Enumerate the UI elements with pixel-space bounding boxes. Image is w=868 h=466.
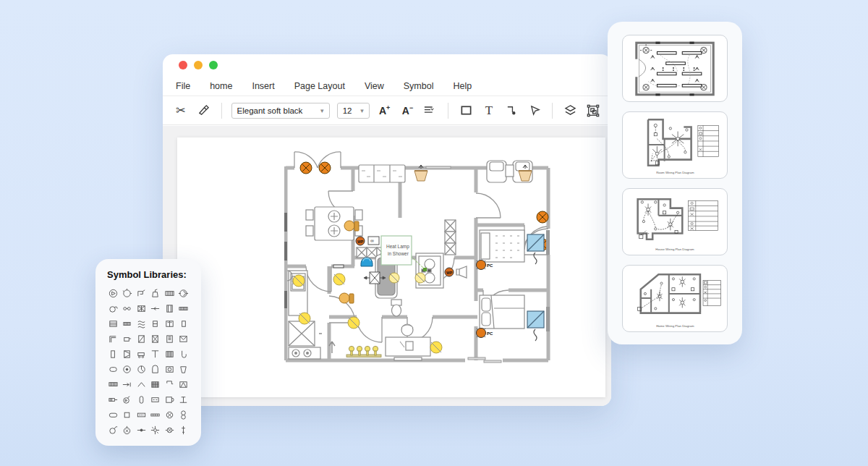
riser-pipe-symbol-icon[interactable]	[178, 424, 190, 436]
panel-symbol-icon[interactable]	[178, 318, 190, 329]
tank-symbol-icon[interactable]	[150, 363, 161, 375]
duct-flag-symbol-icon[interactable]	[135, 287, 147, 299]
menu-item-view[interactable]: View	[365, 81, 384, 91]
floorplan-drawing: WP ∞ WP PC PC	[284, 149, 553, 376]
menu-item-insert[interactable]: Insert	[252, 81, 274, 91]
elbow-pipe-symbol-icon[interactable]	[163, 378, 175, 390]
pipe-tee-symbol-icon[interactable]	[150, 348, 161, 360]
menu-item-home[interactable]: home	[210, 81, 232, 91]
ledger-unit-symbol-icon[interactable]	[163, 333, 175, 344]
motor-dot-symbol-icon[interactable]	[122, 363, 133, 375]
corner-duct-symbol-icon[interactable]	[107, 333, 119, 344]
close-button[interactable]	[179, 61, 187, 69]
menu-item-symbol[interactable]: Symbol	[404, 81, 434, 91]
fan-box-symbol-icon[interactable]	[163, 394, 175, 405]
striped-panel-symbol-icon[interactable]	[122, 318, 133, 329]
text-tool[interactable]: T	[481, 102, 497, 119]
tee-fitting-symbol-icon[interactable]	[178, 394, 190, 405]
menu-item-file[interactable]: File	[176, 81, 190, 91]
radiator-symbol-icon[interactable]	[107, 378, 119, 390]
fold-panel-symbol-icon[interactable]	[122, 348, 133, 360]
minimize-button[interactable]	[194, 61, 203, 69]
format-painter-icon[interactable]	[196, 102, 212, 119]
cylinder-symbol-icon[interactable]	[135, 394, 147, 405]
label-plate-symbol-icon[interactable]	[135, 409, 147, 420]
filter-screen-symbol-icon[interactable]	[135, 302, 147, 314]
template-thumbnail-2[interactable]: Room Wiring Plan Diagram	[622, 111, 728, 179]
dash-panel-symbol-icon[interactable]	[150, 394, 161, 405]
double-cabinet-symbol-icon[interactable]	[163, 318, 175, 329]
cone-valve-symbol-icon[interactable]	[122, 424, 133, 436]
cable-duct-symbol-icon[interactable]	[107, 394, 119, 405]
fan-motor-symbol-icon[interactable]	[122, 287, 133, 299]
decrease-font-button[interactable]: A−	[400, 102, 416, 119]
louver-symbol-icon[interactable]	[135, 318, 147, 329]
menu-item-page-layout[interactable]: Page Layout	[294, 81, 345, 91]
font-size-select[interactable]: 12 ▾	[337, 103, 370, 119]
valve-cross-symbol-icon[interactable]	[163, 424, 175, 436]
menu-item-help[interactable]: Help	[453, 81, 472, 91]
pointer-tool[interactable]	[527, 102, 543, 119]
x-damper-symbol-icon[interactable]	[150, 333, 161, 344]
svg-text:PC: PC	[487, 331, 493, 336]
propeller-fan-symbol-icon[interactable]	[178, 287, 190, 299]
ball-valve-symbol-icon[interactable]	[107, 424, 119, 436]
coupler-symbol-icon[interactable]	[122, 302, 133, 314]
circled-cross-symbol-icon[interactable]	[163, 409, 175, 420]
roof-vent-symbol-icon[interactable]	[135, 378, 147, 390]
layers-icon[interactable]	[562, 102, 578, 119]
baseboard-heater-symbol-icon[interactable]	[178, 302, 190, 314]
arrow-pipe-symbol-icon[interactable]	[122, 378, 133, 390]
slim-rect-symbol-icon[interactable]	[107, 348, 119, 360]
grille-dense-symbol-icon[interactable]	[163, 348, 175, 360]
align-menu-button[interactable]	[422, 102, 438, 119]
rectangle-tool[interactable]	[458, 102, 474, 119]
pump-small-symbol-icon[interactable]	[122, 394, 133, 405]
group-objects-icon[interactable]	[585, 102, 601, 119]
ceiling-fan-symbol-icon[interactable]	[150, 424, 161, 436]
square-unit-symbol-icon[interactable]	[122, 409, 133, 420]
pump-symbol-icon[interactable]	[107, 287, 119, 299]
floorplan-canvas[interactable]: WP ∞ WP PC PC	[284, 149, 553, 376]
cut-icon[interactable]: ✂	[173, 102, 189, 119]
heating-coil-symbol-icon[interactable]	[163, 287, 175, 299]
double-circle-symbol-icon[interactable]	[178, 409, 190, 420]
trolley-symbol-icon[interactable]	[135, 348, 147, 360]
check-damper-symbol-icon[interactable]	[178, 333, 190, 344]
template-thumbnail-4[interactable]: Home Wiring Plan Diagram	[622, 265, 728, 332]
template-thumbnail-3[interactable]: House Wiring Plan Diagram	[622, 188, 728, 255]
connector-tool[interactable]	[504, 102, 520, 119]
hook-pipe-symbol-icon[interactable]	[178, 348, 190, 360]
zigzag-duct-symbol-icon[interactable]	[178, 378, 190, 390]
drawing-page[interactable]: WP ∞ WP PC PC	[177, 137, 605, 397]
kettle-symbol-icon[interactable]	[150, 287, 161, 299]
gauge-box-symbol-icon[interactable]	[163, 363, 175, 375]
mesh-panel-symbol-icon[interactable]	[107, 318, 119, 329]
template-caption: Room Wiring Plan Diagram	[656, 171, 694, 174]
compact-unit-symbol-icon[interactable]	[122, 333, 133, 344]
font-size-value: 12	[343, 106, 352, 115]
toolbar-divider	[221, 103, 222, 119]
funnel-symbol-icon[interactable]	[178, 363, 190, 375]
titlebar	[163, 54, 611, 76]
font-select[interactable]: Elegant soft black ▾	[231, 103, 330, 119]
cabinet-unit-symbol-icon[interactable]	[163, 302, 175, 314]
symbol-grid	[107, 287, 190, 436]
duct-arrow-symbol-icon[interactable]	[150, 302, 161, 314]
oval-unit-symbol-icon[interactable]	[107, 409, 119, 420]
chevron-down-icon: ▾	[360, 107, 364, 114]
svg-text:Heat Lamp: Heat Lamp	[386, 244, 409, 250]
small-vent-symbol-icon[interactable]	[150, 318, 161, 329]
dense-grille-symbol-icon[interactable]	[150, 378, 161, 390]
marketing-background: { "window": { "menu": ["File", "home", "…	[0, 0, 868, 466]
diagonal-damper-symbol-icon[interactable]	[135, 333, 147, 344]
template-thumbnail-1[interactable]	[622, 35, 728, 102]
blower-symbol-icon[interactable]	[107, 302, 119, 314]
zoom-button[interactable]	[209, 61, 218, 69]
baseboard-strip-symbol-icon[interactable]	[150, 409, 161, 420]
increase-font-button[interactable]: A+	[377, 102, 393, 119]
canvas-area: WP ∞ WP PC PC	[163, 126, 611, 406]
mixer-symbol-icon[interactable]	[135, 363, 147, 375]
line-connector-symbol-icon[interactable]	[135, 424, 147, 436]
capsule-unit-symbol-icon[interactable]	[107, 363, 119, 375]
